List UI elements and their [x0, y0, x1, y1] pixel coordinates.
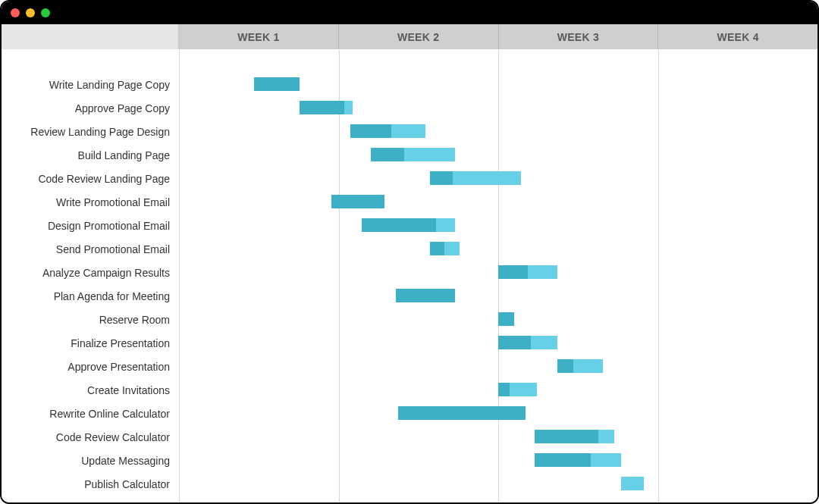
task-label: Approve Presentation [2, 355, 179, 378]
task-label: Design Promotional Email [2, 214, 179, 237]
gantt-row [179, 96, 817, 120]
gantt-bar[interactable] [498, 383, 537, 396]
gantt-bar-progress [371, 148, 405, 161]
task-label: Finalize Presentation [2, 331, 179, 355]
gantt-bar[interactable] [396, 289, 455, 302]
gantt-bar-progress [331, 195, 384, 208]
gantt-row [179, 425, 817, 449]
gantt-bar-progress [535, 430, 598, 443]
gantt-row [179, 472, 817, 496]
task-label: Approve Page Copy [2, 96, 179, 120]
week-column-header: WEEK 4 [658, 24, 817, 49]
gantt-row [179, 261, 817, 284]
task-label: Analyze Campaign Results [2, 261, 179, 284]
gantt-bar[interactable] [371, 148, 455, 161]
gantt-bar[interactable] [621, 477, 644, 490]
gantt-bar-progress [254, 77, 300, 91]
gantt-bar-progress [498, 383, 510, 396]
gantt-bar-progress [362, 218, 437, 232]
gantt-bar[interactable] [557, 359, 603, 373]
gantt-bar[interactable] [535, 430, 614, 443]
gantt-bar-progress [498, 336, 531, 349]
week-column-header: WEEK 1 [179, 24, 339, 49]
window-minimize-icon[interactable] [26, 8, 35, 17]
timeline-header: WEEK 1 WEEK 2 WEEK 3 WEEK 4 [2, 24, 817, 50]
task-label: Plan Agenda for Meeting [2, 284, 179, 308]
task-label: Review Landing Page Design [2, 120, 179, 143]
gantt-row [179, 331, 817, 355]
window-titlebar[interactable] [2, 2, 817, 24]
task-label: Send Promotional Email [2, 237, 179, 261]
gantt-row [179, 214, 817, 237]
task-label: Update Messaging [2, 449, 179, 472]
gantt-row [179, 143, 817, 167]
gantt-bar[interactable] [535, 453, 621, 467]
task-label: Write Promotional Email [2, 190, 179, 214]
gantt-bar-progress [557, 359, 573, 373]
gantt-row [179, 402, 817, 425]
gantt-bar[interactable] [498, 312, 514, 326]
gantt-row [179, 449, 817, 472]
task-label: Reserve Room [2, 308, 179, 331]
app-window: WEEK 1 WEEK 2 WEEK 3 WEEK 4 Write Landin… [0, 0, 819, 504]
task-label: Publish Calculator [2, 472, 179, 496]
gantt-bar-progress [300, 101, 344, 114]
window-zoom-icon[interactable] [41, 8, 50, 17]
gantt-bar-progress [350, 124, 392, 138]
gantt-bar-progress [535, 453, 591, 467]
gantt-bar[interactable] [430, 171, 521, 185]
gantt-bar-progress [430, 242, 445, 255]
task-label-column: Write Landing Page CopyApprove Page Copy… [2, 50, 179, 502]
gantt-row [179, 355, 817, 378]
gantt-bar[interactable] [331, 195, 384, 208]
gantt-content: Write Landing Page CopyApprove Page Copy… [2, 50, 817, 502]
gantt-bar-progress [396, 289, 455, 302]
gantt-row [179, 190, 817, 214]
gantt-row [179, 308, 817, 331]
task-label: Write Landing Page Copy [2, 73, 179, 96]
task-label: Code Review Landing Page [2, 167, 179, 190]
gantt-area[interactable] [179, 50, 817, 502]
task-label: Create Invitations [2, 378, 179, 402]
task-label: Rewrite Online Calculator [2, 402, 179, 425]
gantt-bar[interactable] [430, 242, 460, 255]
gantt-row [179, 120, 817, 143]
week-column-header: WEEK 3 [499, 24, 659, 49]
gantt-row [179, 167, 817, 190]
gantt-bar[interactable] [498, 265, 557, 279]
gantt-row [179, 237, 817, 261]
gantt-bar-progress [498, 312, 514, 326]
gantt-bar-progress [398, 406, 526, 420]
gantt-bar[interactable] [498, 336, 557, 349]
window-close-icon[interactable] [11, 8, 20, 17]
gantt-bar[interactable] [398, 406, 526, 420]
gantt-row [179, 378, 817, 402]
gantt-bar-progress [498, 265, 528, 279]
gantt-bar[interactable] [362, 218, 455, 232]
header-spacer [2, 24, 179, 49]
gantt-row [179, 73, 817, 96]
gantt-bar[interactable] [300, 101, 352, 114]
task-label: Build Landing Page [2, 143, 179, 167]
gantt-bar-progress [430, 171, 453, 185]
gantt-bar[interactable] [254, 77, 300, 91]
gantt-row [179, 284, 817, 308]
week-column-header: WEEK 2 [339, 24, 499, 49]
gantt-bar[interactable] [350, 124, 425, 138]
task-label: Code Review Calculator [2, 425, 179, 449]
